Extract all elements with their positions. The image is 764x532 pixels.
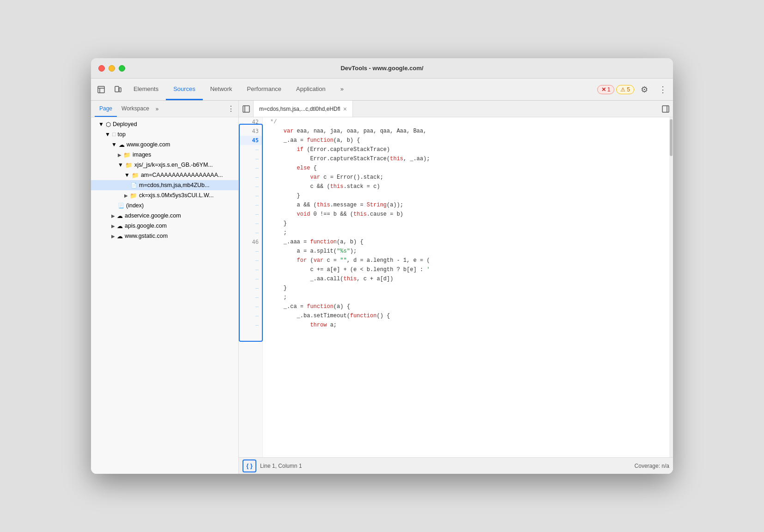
- line-dash-7[interactable]: –: [239, 200, 262, 210]
- tab-page[interactable]: Page: [95, 101, 117, 117]
- code-line-semi1: ;: [270, 228, 662, 237]
- settings-icon[interactable]: ⚙: [636, 85, 653, 95]
- line-dash-17[interactable]: –: [239, 302, 262, 311]
- arrow-right-icon: ▶: [111, 224, 115, 229]
- line-dash-13[interactable]: –: [239, 265, 262, 274]
- window-title: DevTools - www.google.com/: [340, 65, 423, 72]
- line-46[interactable]: 46: [239, 237, 262, 247]
- folder-icon: 📁: [130, 192, 137, 199]
- title-bar: DevTools - www.google.com/: [91, 58, 673, 79]
- editor-tab-close[interactable]: ×: [343, 105, 347, 113]
- sidebar-toggle-icon[interactable]: [239, 101, 254, 117]
- warning-badge[interactable]: ⚠ 5: [616, 85, 634, 94]
- code-line-for: for (var c = "", d = a.length - 1, e = (: [270, 256, 662, 265]
- tree-item-www-google[interactable]: ▼ ☁ www.google.com: [91, 139, 238, 150]
- tree-item-am[interactable]: ▼ 📁 am=CAAAAAAAAAAAAAAAA...: [91, 170, 238, 180]
- tree-item-ck[interactable]: ▶ 📁 ck=xjs.s.0Mx5ys3sCUI.L.W...: [91, 190, 238, 200]
- globe-icon: ☁: [117, 212, 123, 219]
- code-line-semi2: ;: [270, 293, 662, 302]
- tree-item-deployed[interactable]: ▼ ⬡ Deployed: [91, 119, 238, 129]
- coverage-info: Coverage: n/a: [635, 463, 669, 469]
- line-dash-5[interactable]: –: [239, 182, 262, 191]
- tree-item-adservice[interactable]: ▶ ☁ adservice.google.com: [91, 211, 238, 221]
- cursor-position: Line 1, Column 1: [260, 463, 302, 469]
- line-dash-2[interactable]: –: [239, 154, 262, 163]
- error-badge[interactable]: ✕ 1: [597, 85, 615, 94]
- line-dash-8[interactable]: –: [239, 210, 262, 219]
- line-dash-16[interactable]: –: [239, 293, 262, 302]
- line-dash-4[interactable]: –: [239, 173, 262, 182]
- line-dash-15[interactable]: –: [239, 284, 262, 293]
- editor-collapse-icon[interactable]: [658, 101, 673, 117]
- tab-application[interactable]: Application: [289, 79, 333, 100]
- tab-network[interactable]: Network: [203, 79, 240, 100]
- tree-item-images[interactable]: ▶ 📁 images: [91, 150, 238, 160]
- line-45[interactable]: 45: [239, 136, 262, 145]
- code-line-ba-settimeout: _.ba.setTimeout(function() {: [270, 311, 662, 320]
- editor-tab-active[interactable]: m=cdos,hsm,jsa,...c,dtl0hd,eHDfl ×: [254, 101, 353, 117]
- tree-item-xjs[interactable]: ▼ 📁 xjs/_js/k=xjs.s.en_GB.-b6YM...: [91, 160, 238, 170]
- line-dash-12[interactable]: –: [239, 256, 262, 265]
- code-line-a-message: a && (this.message = String(a));: [270, 200, 662, 210]
- editor-tabs-bar: m=cdos,hsm,jsa,...c,dtl0hd,eHDfl ×: [239, 101, 673, 117]
- code-line-46: _.aaa = function(a, b) {: [270, 237, 662, 247]
- tree-item-gstatic[interactable]: ▶ ☁ www.gstatic.com: [91, 231, 238, 241]
- tab-performance[interactable]: Performance: [240, 79, 289, 100]
- line-42[interactable]: 42: [239, 117, 262, 127]
- code-editor[interactable]: */ var eaa, naa, jaa, oaa, paa, qaa, Aaa…: [263, 117, 669, 457]
- tab-elements[interactable]: Elements: [126, 79, 166, 100]
- svg-rect-4: [662, 106, 669, 112]
- error-count: 1: [607, 86, 611, 93]
- globe-icon: ☁: [119, 141, 125, 148]
- panel-menu-button[interactable]: ⋮: [227, 104, 235, 113]
- left-panel: Page Workspace » ⋮ ▼ ⬡ Deployed: [91, 101, 239, 474]
- traffic-lights: [98, 65, 125, 72]
- code-line-42: */: [270, 117, 662, 127]
- tab-sources[interactable]: Sources: [166, 79, 203, 100]
- line-dash-18[interactable]: –: [239, 311, 262, 320]
- panel-tabs-more[interactable]: »: [154, 106, 161, 112]
- arrow-right-icon: ▶: [118, 152, 121, 157]
- folder-icon: 📁: [125, 162, 133, 169]
- code-line-close-fn: }: [270, 219, 662, 228]
- code-line-else: else {: [270, 163, 662, 173]
- tree-item-top[interactable]: ▼ □ top: [91, 129, 238, 139]
- devtools-window: DevTools - www.google.com/ Elements Sour…: [91, 58, 673, 474]
- editor-tab-filename: m=cdos,hsm,jsa,...c,dtl0hd,eHDfl: [259, 106, 340, 112]
- maximize-button[interactable]: [119, 65, 125, 72]
- devtools-tabs-right: ✕ 1 ⚠ 5 ⚙ ⋮: [597, 79, 671, 100]
- close-button[interactable]: [98, 65, 105, 72]
- more-options-icon[interactable]: ⋮: [655, 85, 671, 95]
- code-line-error-capture: Error.captureStackTrace(this, _.aa);: [270, 154, 662, 163]
- line-43[interactable]: 43: [239, 127, 262, 136]
- svg-rect-2: [119, 88, 121, 92]
- code-line-close-for: }: [270, 284, 662, 293]
- arrow-down-icon: ▼: [118, 162, 123, 168]
- arrow-down-icon: ▼: [124, 172, 130, 178]
- scrollbar-thumb[interactable]: [670, 119, 673, 156]
- vertical-scrollbar[interactable]: [669, 117, 673, 457]
- tree-item-mcdos-file[interactable]: 📄 m=cdos,hsm,jsa,mb4ZUb...: [91, 180, 238, 190]
- tab-workspace[interactable]: Workspace: [117, 101, 154, 117]
- line-dash-19[interactable]: –: [239, 320, 262, 330]
- line-dash-14[interactable]: –: [239, 274, 262, 284]
- minimize-button[interactable]: [109, 65, 115, 72]
- format-code-button[interactable]: { }: [243, 459, 256, 472]
- folder-icon: 📁: [123, 151, 131, 158]
- device-toolbar-icon[interactable]: [109, 79, 126, 100]
- tree-item-index[interactable]: 📃 (index): [91, 200, 238, 211]
- format-button-wrapper: { }: [243, 459, 260, 472]
- inspect-element-icon[interactable]: [93, 79, 109, 100]
- line-dash-3[interactable]: –: [239, 163, 262, 173]
- tab-more[interactable]: »: [333, 79, 351, 100]
- tree-item-apis[interactable]: ▶ ☁ apis.google.com: [91, 221, 238, 231]
- line-dash-10[interactable]: –: [239, 228, 262, 237]
- line-dash-1[interactable]: –: [239, 145, 262, 154]
- line-dash-9[interactable]: –: [239, 219, 262, 228]
- code-line-ca: _.ca = function(a) {: [270, 302, 662, 311]
- arrow-down-icon: ▼: [98, 121, 104, 127]
- warning-icon: ⚠: [620, 86, 625, 93]
- svg-rect-1: [115, 86, 119, 92]
- line-dash-11[interactable]: –: [239, 247, 262, 256]
- line-dash-6[interactable]: –: [239, 191, 262, 200]
